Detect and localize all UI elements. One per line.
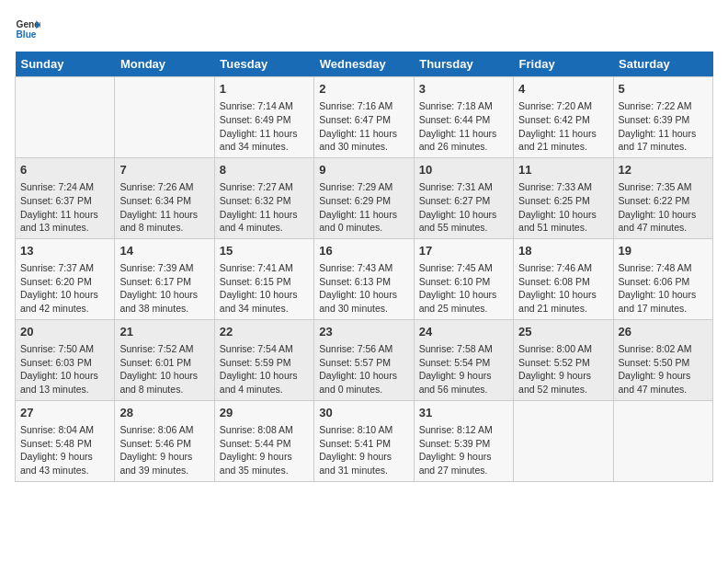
day-number: 31 <box>419 405 508 421</box>
day-number: 30 <box>319 405 408 421</box>
day-number: 26 <box>619 324 708 340</box>
day-number: 25 <box>518 324 608 340</box>
calendar-cell: 28Sunrise: 8:06 AM Sunset: 5:46 PM Dayli… <box>115 400 214 481</box>
calendar-cell: 29Sunrise: 8:08 AM Sunset: 5:44 PM Dayli… <box>214 400 313 481</box>
day-number: 13 <box>20 243 109 259</box>
day-header-monday: Monday <box>115 52 214 77</box>
day-info: Sunrise: 8:12 AM Sunset: 5:39 PM Dayligh… <box>419 423 508 477</box>
calendar-cell: 4Sunrise: 7:20 AM Sunset: 6:42 PM Daylig… <box>514 77 613 158</box>
day-info: Sunrise: 8:08 AM Sunset: 5:44 PM Dayligh… <box>220 423 309 477</box>
day-info: Sunrise: 7:54 AM Sunset: 5:59 PM Dayligh… <box>220 342 309 396</box>
day-number: 20 <box>20 324 109 340</box>
day-info: Sunrise: 7:29 AM Sunset: 6:29 PM Dayligh… <box>319 180 408 235</box>
calendar-cell <box>16 77 115 158</box>
calendar-cell: 2Sunrise: 7:16 AM Sunset: 6:47 PM Daylig… <box>314 77 414 158</box>
day-info: Sunrise: 8:06 AM Sunset: 5:46 PM Dayligh… <box>119 423 209 477</box>
calendar-cell: 17Sunrise: 7:45 AM Sunset: 6:10 PM Dayli… <box>414 238 513 319</box>
day-number: 22 <box>220 324 309 340</box>
svg-text:Blue: Blue <box>17 29 37 40</box>
logo-icon: General Blue <box>15 15 40 40</box>
day-number: 14 <box>119 243 209 259</box>
day-header-tuesday: Tuesday <box>214 52 313 77</box>
calendar-cell: 5Sunrise: 7:22 AM Sunset: 6:39 PM Daylig… <box>613 77 712 158</box>
day-number: 17 <box>419 243 508 259</box>
calendar-cell: 24Sunrise: 7:58 AM Sunset: 5:54 PM Dayli… <box>414 319 513 400</box>
day-info: Sunrise: 7:46 AM Sunset: 6:08 PM Dayligh… <box>518 261 608 316</box>
day-number: 9 <box>319 162 408 178</box>
calendar-cell: 15Sunrise: 7:41 AM Sunset: 6:15 PM Dayli… <box>214 238 313 319</box>
day-header-thursday: Thursday <box>414 52 513 77</box>
calendar-cell: 27Sunrise: 8:04 AM Sunset: 5:48 PM Dayli… <box>16 400 115 481</box>
day-number: 7 <box>119 162 209 178</box>
day-number: 16 <box>319 243 408 259</box>
day-info: Sunrise: 7:58 AM Sunset: 5:54 PM Dayligh… <box>419 342 508 396</box>
day-number: 18 <box>518 243 608 259</box>
calendar-cell: 30Sunrise: 8:10 AM Sunset: 5:41 PM Dayli… <box>314 400 414 481</box>
day-info: Sunrise: 7:37 AM Sunset: 6:20 PM Dayligh… <box>20 261 109 316</box>
day-info: Sunrise: 8:00 AM Sunset: 5:52 PM Dayligh… <box>518 342 608 396</box>
day-info: Sunrise: 7:43 AM Sunset: 6:13 PM Dayligh… <box>319 261 408 316</box>
day-info: Sunrise: 7:18 AM Sunset: 6:44 PM Dayligh… <box>419 99 508 154</box>
day-number: 28 <box>119 405 209 421</box>
day-info: Sunrise: 7:22 AM Sunset: 6:39 PM Dayligh… <box>619 99 708 154</box>
day-info: Sunrise: 7:27 AM Sunset: 6:32 PM Dayligh… <box>220 180 309 235</box>
calendar-cell <box>613 400 712 481</box>
calendar-cell: 1Sunrise: 7:14 AM Sunset: 6:49 PM Daylig… <box>214 77 313 158</box>
calendar-week-4: 20Sunrise: 7:50 AM Sunset: 6:03 PM Dayli… <box>16 319 713 400</box>
day-number: 23 <box>319 324 408 340</box>
day-number: 19 <box>619 243 708 259</box>
calendar-week-5: 27Sunrise: 8:04 AM Sunset: 5:48 PM Dayli… <box>16 400 713 481</box>
calendar-cell <box>115 77 214 158</box>
calendar-week-3: 13Sunrise: 7:37 AM Sunset: 6:20 PM Dayli… <box>16 238 713 319</box>
day-info: Sunrise: 7:56 AM Sunset: 5:57 PM Dayligh… <box>319 342 408 396</box>
calendar-cell: 18Sunrise: 7:46 AM Sunset: 6:08 PM Dayli… <box>514 238 613 319</box>
day-number: 5 <box>619 81 708 98</box>
calendar-cell: 22Sunrise: 7:54 AM Sunset: 5:59 PM Dayli… <box>214 319 313 400</box>
day-number: 2 <box>319 81 408 98</box>
calendar-cell: 23Sunrise: 7:56 AM Sunset: 5:57 PM Dayli… <box>314 319 414 400</box>
day-number: 12 <box>619 162 708 178</box>
calendar-cell: 20Sunrise: 7:50 AM Sunset: 6:03 PM Dayli… <box>16 319 115 400</box>
day-number: 27 <box>20 405 109 421</box>
day-info: Sunrise: 7:39 AM Sunset: 6:17 PM Dayligh… <box>119 261 209 316</box>
logo: General Blue <box>15 15 44 40</box>
calendar-week-1: 1Sunrise: 7:14 AM Sunset: 6:49 PM Daylig… <box>16 77 713 158</box>
day-header-saturday: Saturday <box>613 52 712 77</box>
calendar-cell <box>514 400 613 481</box>
day-info: Sunrise: 7:20 AM Sunset: 6:42 PM Dayligh… <box>518 99 608 154</box>
day-number: 29 <box>220 405 309 421</box>
day-info: Sunrise: 7:50 AM Sunset: 6:03 PM Dayligh… <box>20 342 109 396</box>
day-number: 15 <box>220 243 309 259</box>
calendar-cell: 21Sunrise: 7:52 AM Sunset: 6:01 PM Dayli… <box>115 319 214 400</box>
calendar-cell: 19Sunrise: 7:48 AM Sunset: 6:06 PM Dayli… <box>613 238 712 319</box>
calendar-cell: 8Sunrise: 7:27 AM Sunset: 6:32 PM Daylig… <box>214 157 313 238</box>
day-info: Sunrise: 7:41 AM Sunset: 6:15 PM Dayligh… <box>220 261 309 316</box>
calendar-cell: 12Sunrise: 7:35 AM Sunset: 6:22 PM Dayli… <box>613 157 712 238</box>
day-info: Sunrise: 7:26 AM Sunset: 6:34 PM Dayligh… <box>119 180 209 235</box>
calendar-cell: 13Sunrise: 7:37 AM Sunset: 6:20 PM Dayli… <box>16 238 115 319</box>
day-number: 24 <box>419 324 508 340</box>
day-number: 10 <box>419 162 508 178</box>
day-header-sunday: Sunday <box>16 52 115 77</box>
day-number: 3 <box>419 81 508 98</box>
day-info: Sunrise: 7:33 AM Sunset: 6:25 PM Dayligh… <box>518 180 608 235</box>
day-number: 1 <box>220 81 309 98</box>
day-number: 4 <box>518 81 608 98</box>
page-header: General Blue <box>15 15 713 40</box>
day-info: Sunrise: 8:04 AM Sunset: 5:48 PM Dayligh… <box>20 423 109 477</box>
calendar-body: 1Sunrise: 7:14 AM Sunset: 6:49 PM Daylig… <box>16 77 713 482</box>
calendar-cell: 10Sunrise: 7:31 AM Sunset: 6:27 PM Dayli… <box>414 157 513 238</box>
day-info: Sunrise: 7:48 AM Sunset: 6:06 PM Dayligh… <box>619 261 708 316</box>
calendar-cell: 16Sunrise: 7:43 AM Sunset: 6:13 PM Dayli… <box>314 238 414 319</box>
day-number: 8 <box>220 162 309 178</box>
day-info: Sunrise: 8:02 AM Sunset: 5:50 PM Dayligh… <box>619 342 708 396</box>
day-info: Sunrise: 7:24 AM Sunset: 6:37 PM Dayligh… <box>20 180 109 235</box>
calendar-cell: 3Sunrise: 7:18 AM Sunset: 6:44 PM Daylig… <box>414 77 513 158</box>
day-info: Sunrise: 8:10 AM Sunset: 5:41 PM Dayligh… <box>319 423 408 477</box>
calendar-table: SundayMondayTuesdayWednesdayThursdayFrid… <box>15 52 713 482</box>
day-header-wednesday: Wednesday <box>314 52 414 77</box>
day-info: Sunrise: 7:45 AM Sunset: 6:10 PM Dayligh… <box>419 261 508 316</box>
day-info: Sunrise: 7:35 AM Sunset: 6:22 PM Dayligh… <box>619 180 708 235</box>
calendar-cell: 7Sunrise: 7:26 AM Sunset: 6:34 PM Daylig… <box>115 157 214 238</box>
day-number: 21 <box>119 324 209 340</box>
